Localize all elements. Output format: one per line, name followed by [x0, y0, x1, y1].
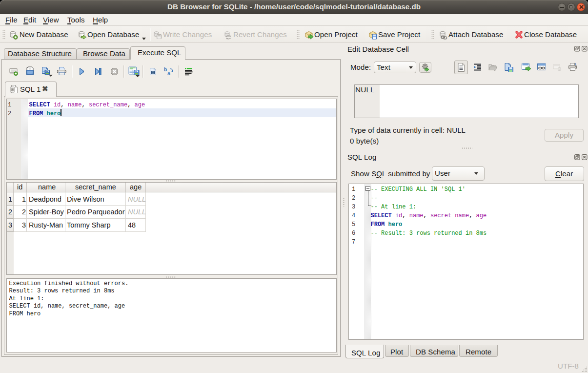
svg-text:a: a	[167, 70, 171, 76]
svg-text:b: b	[164, 67, 167, 72]
